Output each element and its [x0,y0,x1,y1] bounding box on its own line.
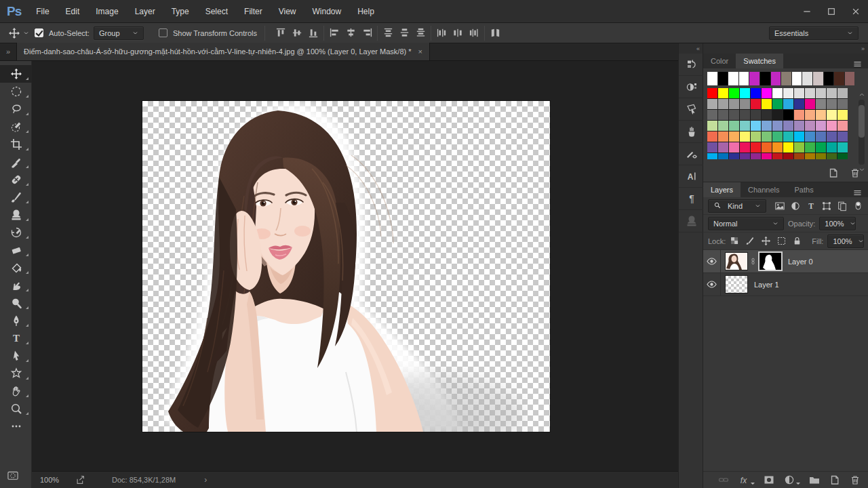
crop-tool[interactable] [0,136,32,153]
properties-panel-icon[interactable] [679,98,704,121]
layer-fx-icon[interactable]: fx [738,474,755,486]
layer-row[interactable]: Layer 0 [703,250,868,273]
swatch[interactable] [837,99,848,109]
collapse-dock-chevrons[interactable]: » [703,43,868,54]
menu-layer[interactable]: Layer [127,0,163,23]
scrollbar-thumb[interactable] [859,105,865,138]
scrollbar-track[interactable] [859,100,865,165]
document-canvas[interactable] [142,101,550,432]
swatch[interactable] [772,131,783,142]
swatch[interactable] [837,121,848,131]
swatch[interactable] [751,99,761,109]
show-transform-checkbox[interactable] [159,28,167,37]
swatch[interactable] [837,142,848,152]
swatch[interactable] [837,110,848,120]
swatch[interactable] [751,153,761,159]
swatch[interactable] [783,88,793,98]
align-hcenter-icon[interactable] [342,26,359,41]
smudge-tool[interactable] [0,277,32,294]
swatch[interactable] [816,99,826,109]
swatch[interactable] [772,142,783,152]
swatch[interactable] [729,99,739,109]
blend-mode-dropdown[interactable]: Normal [708,217,784,230]
swatch[interactable] [837,88,848,98]
menu-window[interactable]: Window [304,0,350,23]
swatch[interactable] [707,88,717,98]
export-icon[interactable] [75,474,86,485]
swatch[interactable] [827,131,837,142]
swatch[interactable] [729,110,739,120]
layer-visibility-eye-icon[interactable] [703,273,721,296]
tool-preset-picker[interactable] [7,26,31,41]
layer-name[interactable]: Layer 0 [788,258,813,266]
swatch[interactable] [751,88,761,98]
recent-swatch[interactable] [707,72,717,85]
layers-tab-paths[interactable]: Paths [787,182,821,197]
align-bottom-icon[interactable] [305,26,321,41]
character-panel-icon[interactable]: A [679,165,704,188]
minimize-button[interactable] [795,0,819,23]
swatch[interactable] [783,121,793,131]
filter-shape-icon[interactable] [821,201,832,211]
swatch[interactable] [772,88,783,98]
recent-swatch[interactable] [728,72,738,85]
swatch[interactable] [751,110,761,120]
recent-swatch[interactable] [845,72,855,85]
clone-stamp-tool[interactable] [0,206,32,224]
eraser-tool[interactable] [0,241,32,259]
swatch[interactable] [751,142,761,152]
dodge-tool[interactable] [0,294,32,312]
swatch[interactable] [729,153,739,159]
brush-presets-panel-icon[interactable] [679,121,704,143]
swatch[interactable] [729,88,739,98]
menu-edit[interactable]: Edit [58,0,88,23]
close-button[interactable] [844,0,868,23]
swatch[interactable] [805,88,815,98]
move-tool[interactable] [0,65,32,83]
swatch[interactable] [740,153,750,159]
menu-image[interactable]: Image [87,0,126,23]
swatch[interactable] [816,88,826,98]
swatch[interactable] [837,131,848,142]
new-layer-icon[interactable] [829,474,841,486]
swatch[interactable] [805,121,815,131]
swatch[interactable] [805,99,815,109]
filter-adjust-icon[interactable] [790,201,801,211]
history-brush-tool[interactable] [0,224,32,241]
dist-left-icon[interactable] [433,26,450,41]
layer-thumbnail[interactable] [726,253,747,270]
swatch[interactable] [816,153,826,159]
quick-selection-tool[interactable] [0,118,32,136]
layer-name[interactable]: Layer 1 [754,281,779,289]
lasso-tool[interactable] [0,100,32,118]
layers-tab-layers[interactable]: Layers [703,182,741,197]
panel-menu-icon[interactable] [852,188,863,197]
swatch[interactable] [805,110,815,120]
menu-view[interactable]: View [271,0,304,23]
swatches-scrollbar[interactable] [857,92,866,173]
swatch[interactable] [718,110,728,120]
clone-source-panel-icon[interactable] [679,210,704,232]
recent-swatch[interactable] [739,72,749,85]
tab-overflow-chevron[interactable]: » [0,43,16,60]
swatch[interactable] [751,121,761,131]
swatch[interactable] [794,99,804,109]
swatch[interactable] [740,121,750,131]
quick-mask-button[interactable] [6,470,20,482]
fill-dropdown[interactable]: 100% [827,235,864,248]
layer-visibility-eye-icon[interactable] [703,250,721,273]
swatch[interactable] [772,153,783,159]
layer-thumbnail[interactable] [726,276,747,293]
swatch[interactable] [762,88,772,98]
align-top-icon[interactable] [273,26,289,41]
swatch[interactable] [707,142,717,152]
opacity-dropdown[interactable]: 100% [819,217,856,230]
swatch[interactable] [783,131,793,142]
swatch[interactable] [718,88,728,98]
swatch[interactable] [827,142,837,152]
layers-tab-channels[interactable]: Channels [741,182,787,197]
eyedropper-tool[interactable] [0,153,32,171]
delete-swatch-button[interactable] [849,167,861,179]
recent-swatch[interactable] [824,72,834,85]
menu-help[interactable]: Help [349,0,382,23]
